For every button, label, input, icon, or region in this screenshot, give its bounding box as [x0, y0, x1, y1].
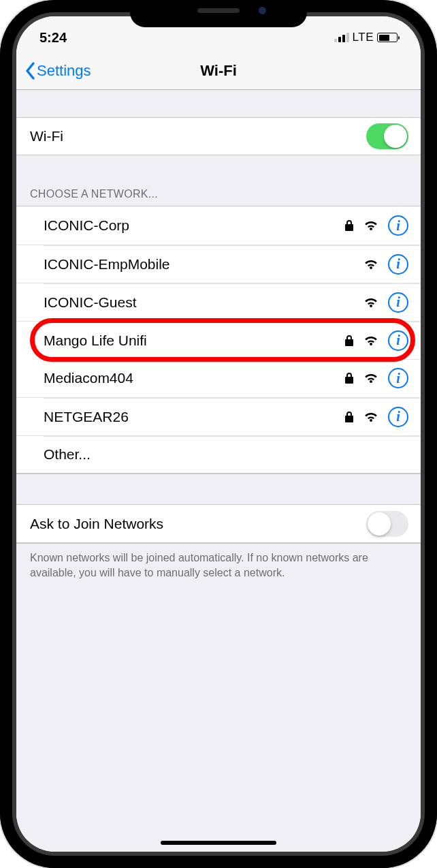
network-row[interactable]: ICONIC-Guesti — [16, 283, 421, 321]
network-row[interactable]: ICONIC-EmpMobilei — [16, 245, 421, 283]
info-button[interactable]: i — [388, 368, 408, 388]
wifi-icon — [363, 372, 378, 384]
navigation-bar: Settings Wi-Fi — [16, 52, 421, 90]
network-name: Mango Life Unifi — [44, 332, 344, 349]
network-row[interactable]: NETGEAR26i — [16, 397, 421, 435]
wifi-icon — [363, 258, 378, 270]
iphone-frame: 5:24 LTE Settings Wi-Fi Wi- — [0, 0, 437, 868]
network-name: ICONIC-Corp — [44, 217, 344, 234]
network-name: ICONIC-Guest — [44, 294, 363, 311]
ask-switch[interactable] — [366, 511, 408, 537]
network-icons: i — [344, 407, 408, 427]
ask-description: Known networks will be joined automatica… — [16, 544, 421, 580]
network-icons: i — [363, 254, 408, 275]
network-icons: i — [344, 368, 408, 388]
page-title: Wi-Fi — [200, 62, 237, 80]
wifi-icon — [363, 335, 378, 347]
network-type: LTE — [353, 31, 374, 44]
wifi-toggle-row[interactable]: Wi-Fi — [16, 117, 421, 155]
content-area: Wi-Fi Choose a Network... ICONIC-CorpiIC… — [16, 90, 421, 852]
ask-to-join-row[interactable]: Ask to Join Networks — [16, 505, 421, 543]
network-row[interactable]: Mediacom404i — [16, 359, 421, 397]
wifi-icon — [363, 296, 378, 309]
lock-icon — [344, 411, 354, 423]
lock-icon — [344, 335, 354, 347]
network-icons: i — [344, 330, 408, 351]
network-icons: i — [363, 292, 408, 313]
back-label: Settings — [37, 62, 91, 80]
chevron-left-icon — [25, 61, 35, 80]
status-time: 5:24 — [39, 30, 67, 46]
lock-icon — [344, 372, 354, 384]
wifi-switch[interactable] — [366, 123, 408, 149]
info-button[interactable]: i — [388, 254, 408, 275]
screen: 5:24 LTE Settings Wi-Fi Wi- — [16, 16, 421, 852]
network-icons: i — [344, 215, 408, 236]
home-indicator[interactable] — [161, 841, 276, 845]
network-row[interactable]: Mango Life Unifii — [16, 321, 421, 359]
info-button[interactable]: i — [388, 407, 408, 427]
network-list: ICONIC-CorpiICONIC-EmpMobileiICONIC-Gues… — [16, 206, 421, 474]
section-header-choose-network: Choose a Network... — [16, 183, 421, 206]
info-button[interactable]: i — [388, 215, 408, 236]
network-row[interactable]: ICONIC-Corpi — [16, 206, 421, 245]
ask-label: Ask to Join Networks — [30, 516, 366, 532]
battery-icon — [377, 33, 398, 42]
other-label: Other... — [44, 446, 408, 463]
network-name: Mediacom404 — [44, 370, 344, 386]
back-button[interactable]: Settings — [25, 61, 91, 80]
device-notch — [130, 0, 307, 27]
network-name: NETGEAR26 — [44, 409, 344, 425]
other-network-row[interactable]: Other... — [16, 435, 421, 474]
info-button[interactable]: i — [388, 330, 408, 351]
wifi-icon — [363, 219, 378, 232]
wifi-icon — [363, 411, 378, 423]
cellular-signal-icon — [334, 33, 349, 42]
info-button[interactable]: i — [388, 292, 408, 313]
lock-icon — [344, 219, 354, 232]
wifi-label: Wi-Fi — [30, 128, 366, 144]
network-name: ICONIC-EmpMobile — [44, 256, 363, 273]
